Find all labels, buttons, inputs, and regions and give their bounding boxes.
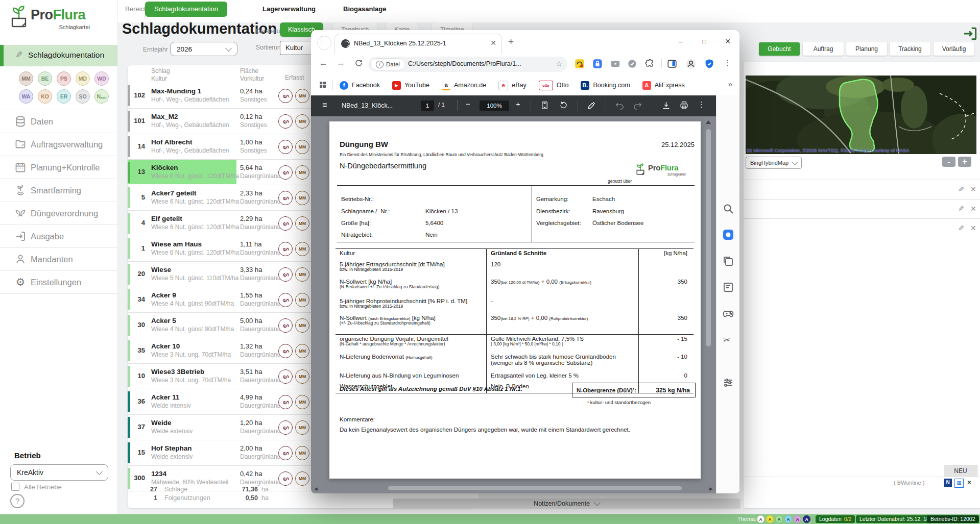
signature-icon[interactable]: [278, 344, 293, 358]
profile-avatar-icon[interactable]: [685, 58, 697, 69]
close-icon[interactable]: ✕: [965, 479, 973, 487]
extension-badge-icon[interactable]: [627, 58, 638, 69]
search-icon[interactable]: [722, 203, 734, 215]
scroll-up-icon[interactable]: [706, 120, 711, 124]
close-icon[interactable]: ✕: [970, 205, 976, 213]
sidebar-item-schlagdokumentation[interactable]: ✎ Schlagdokumentation: [0, 45, 117, 66]
signature-icon[interactable]: [278, 140, 293, 154]
mm-badge-icon[interactable]: MM: [295, 318, 309, 333]
mm-badge-icon[interactable]: MM: [295, 165, 309, 180]
back-icon[interactable]: ←: [319, 58, 328, 68]
signature-icon[interactable]: [278, 293, 293, 307]
browser-menu-icon[interactable]: ⋮: [724, 58, 731, 67]
bookmark-facebook[interactable]: fFacebook: [340, 81, 380, 90]
signature-icon[interactable]: [278, 191, 293, 205]
n-badge-icon[interactable]: N: [944, 479, 952, 487]
map-satellite-image[interactable]: © 2025 Microsoft Corporation, ©2025 NAVT…: [746, 76, 976, 154]
alle-betriebe-checkbox[interactable]: Alle Betriebe: [11, 483, 62, 491]
status-button-planung[interactable]: Planung: [846, 42, 887, 56]
collections-icon[interactable]: [722, 255, 734, 267]
extension-yellow-icon[interactable]: [574, 58, 585, 69]
betrieb-select[interactable]: KreAktiv: [10, 464, 108, 481]
undo-icon[interactable]: [615, 101, 625, 112]
sidebar-item-mandanten[interactable]: Mandanten: [0, 247, 117, 270]
bookmark-otto[interactable]: ottoOtto: [539, 81, 569, 90]
download-icon[interactable]: [661, 101, 671, 112]
edit-pencil-icon[interactable]: ✎: [958, 224, 964, 232]
mm-badge-icon[interactable]: MM: [295, 471, 309, 486]
kultur-badge-MM[interactable]: MM: [19, 71, 33, 86]
games-icon[interactable]: [722, 307, 734, 319]
kultur-badge-SO[interactable]: SO: [76, 89, 90, 104]
tab-close-icon[interactable]: ✕: [490, 39, 496, 47]
mm-badge-icon[interactable]: MM: [295, 89, 309, 103]
signature-icon[interactable]: [278, 89, 293, 103]
map-zoom-in-button[interactable]: +: [958, 157, 971, 167]
mm-badge-icon[interactable]: MM: [295, 420, 309, 435]
bookmarks-overflow-icon[interactable]: »: [728, 80, 732, 88]
extension-video-icon[interactable]: [610, 58, 621, 69]
signature-icon[interactable]: [278, 369, 293, 384]
print-icon[interactable]: [679, 101, 689, 112]
side-panel-icon[interactable]: [666, 58, 678, 69]
zoom-in-icon[interactable]: +: [516, 99, 520, 108]
signature-icon[interactable]: [278, 114, 293, 129]
file-chip[interactable]: iDatei: [370, 58, 405, 70]
zoom-level[interactable]: 100%: [480, 101, 509, 111]
bookmark-aliexpress[interactable]: AAliExpress: [642, 81, 685, 90]
edit-pencil-icon[interactable]: ✎: [958, 205, 964, 213]
extension-lock-icon[interactable]: [592, 58, 603, 69]
window-maximize-icon[interactable]: □: [696, 34, 713, 48]
tab-lagerverwaltung[interactable]: Lagerverwaltung: [262, 5, 316, 13]
tab-search-chevron-icon[interactable]: [317, 36, 331, 50]
annotate-pen-icon[interactable]: [587, 101, 596, 112]
tab-biogasanlage[interactable]: Biogasanlage: [343, 5, 387, 13]
sidebar-item-planung-kontrolle[interactable]: Planung+Kontrolle: [0, 156, 117, 179]
signature-icon[interactable]: [278, 242, 293, 256]
theme-circle[interactable]: A: [803, 515, 810, 523]
theme-circle[interactable]: A: [775, 515, 783, 523]
horizontal-scrollbar[interactable]: ◀ ▶: [311, 485, 716, 492]
close-icon[interactable]: ✕: [970, 224, 976, 232]
map-layer-select[interactable]: BingHybridMap: [746, 157, 802, 169]
bookmark-ebay[interactable]: eeBay: [498, 81, 527, 90]
bookmark-youtube[interactable]: ▶YouTube: [392, 81, 429, 90]
help-icon[interactable]: ?: [10, 494, 25, 508]
mm-badge-icon[interactable]: MM: [295, 140, 309, 154]
signature-icon[interactable]: [278, 165, 293, 180]
sidebar-item-ausgabe[interactable]: Ausgabe: [0, 224, 117, 247]
checkbox-box[interactable]: [11, 483, 19, 491]
sidebar-item-d-ngeverordnung[interactable]: Düngeverordnung: [0, 202, 117, 224]
apps-grid-icon[interactable]: [318, 80, 327, 89]
kultur-badge-KO[interactable]: KO: [38, 89, 52, 104]
close-icon[interactable]: ✕: [970, 185, 976, 193]
new-tab-icon[interactable]: +: [508, 36, 514, 47]
kultur-badge-PS[interactable]: PS: [57, 71, 71, 86]
mm-badge-icon[interactable]: MM: [295, 395, 309, 409]
bookmark-amazonde[interactable]: aAmazon.de: [442, 81, 486, 90]
kultur-badge-MD[interactable]: MD: [76, 71, 90, 86]
kultur-badge-WD[interactable]: WD: [94, 71, 109, 86]
mm-badge-icon[interactable]: MM: [295, 114, 309, 129]
mm-badge-icon[interactable]: MM: [295, 216, 309, 231]
document-icon[interactable]: ⊞: [954, 479, 964, 488]
theme-circle[interactable]: A: [757, 515, 764, 523]
sidebar-item-auftragsverwaltung[interactable]: Auftragsverwaltung: [0, 133, 117, 156]
notes-icon[interactable]: [722, 281, 734, 293]
kultur-badge-ER[interactable]: ER: [57, 89, 71, 104]
signature-icon[interactable]: [278, 471, 293, 486]
mm-badge-icon[interactable]: MM: [295, 293, 309, 307]
page-number-input[interactable]: 1: [421, 101, 434, 111]
address-bar[interactable]: iDatei C:/Users/steph/Documents/ProFlura…: [368, 57, 567, 72]
notizen-dokumente-bar[interactable]: Notizen/Dokumente: [393, 498, 740, 509]
erntejahr-select[interactable]: 2026: [170, 42, 237, 56]
pdf-menu-icon[interactable]: ≡: [322, 101, 327, 110]
window-close-icon[interactable]: ✕: [719, 34, 736, 48]
tab-schlagdokumentation[interactable]: Schlagdokumentation: [145, 2, 227, 17]
fit-page-icon[interactable]: [540, 101, 549, 112]
kultur-badge-N[interactable]: Nmin: [94, 89, 109, 104]
status-button-vorläufig[interactable]: Vorläufig: [934, 42, 974, 56]
mm-badge-icon[interactable]: MM: [295, 267, 309, 282]
zoom-out-icon[interactable]: −: [466, 99, 470, 108]
sidebar-item-einstellungen[interactable]: ⚙Einstellungen: [0, 270, 117, 294]
